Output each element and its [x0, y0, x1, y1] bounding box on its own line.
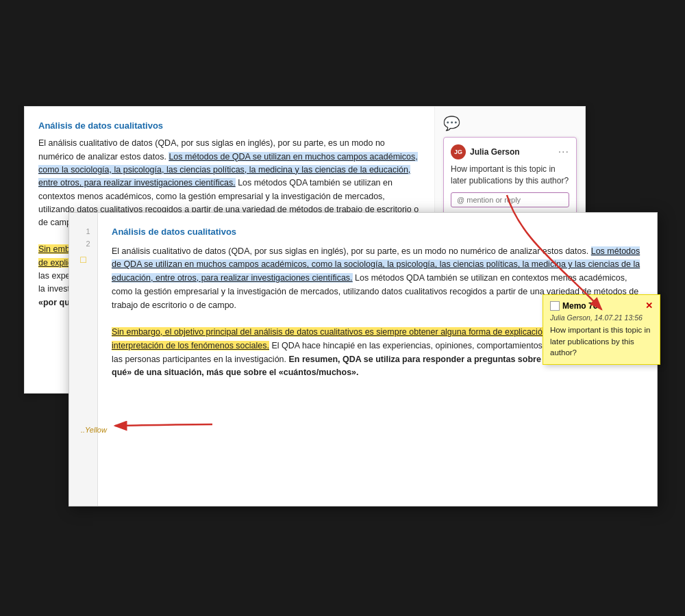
comment-menu-button[interactable]: ··· — [558, 146, 569, 158]
commenter-avatar: JG — [451, 144, 466, 159]
comment-text: How important is this topic in later pub… — [451, 164, 569, 187]
front-doc-title: Análisis de datos cualitativos — [112, 225, 643, 240]
memo-body: How important is this topic in later pub… — [550, 324, 653, 359]
line-number-1: 1 — [77, 225, 90, 238]
comment-header: JG Julia Gerson ··· — [451, 144, 569, 159]
memo-square-icon — [550, 301, 560, 311]
memo-header: Memo 76 ✕ — [550, 300, 653, 311]
commenter-name: Julia Gerson — [470, 147, 558, 157]
mention-reply-input[interactable] — [451, 192, 569, 207]
yellow-label: ..Yellow — [81, 426, 107, 434]
comment-box: JG Julia Gerson ··· How important is thi… — [443, 137, 577, 215]
memo-gutter-icon[interactable]: □ — [80, 254, 86, 265]
memo-close-button[interactable]: ✕ — [645, 300, 653, 311]
comment-chat-icon: 💬 — [443, 115, 577, 131]
line-number-2: 2 — [77, 238, 90, 250]
memo-sticky-note: Memo 76 ✕ Julia Gerson, 14.07.21 13:56 H… — [543, 294, 660, 365]
back-doc-title: Análisis de datos cualitativos — [38, 119, 421, 133]
memo-title: Memo 76 — [562, 301, 645, 311]
memo-meta: Julia Gerson, 14.07.21 13:56 — [550, 313, 653, 322]
front-doc-gutter: 1 2 □ — [69, 213, 98, 506]
